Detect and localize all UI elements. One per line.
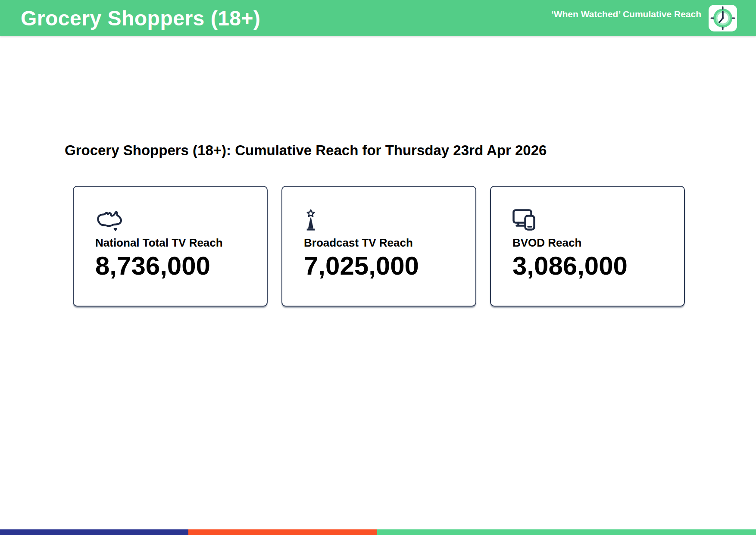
footer-segment-navy [0, 529, 188, 535]
australia-map-icon [95, 209, 126, 232]
header-subtitle: ‘When Watched’ Cumulative Reach [551, 9, 701, 19]
kpi-icon-slot [304, 209, 458, 232]
app-header: Grocery Shoppers (18+) ‘When Watched’ Cu… [0, 0, 756, 36]
report-heading: Grocery Shoppers (18+): Cumulative Reach… [65, 142, 547, 159]
kpi-label: BVOD Reach [512, 236, 667, 250]
clock-logo-icon [709, 5, 737, 31]
kpi-card-bvod: BVOD Reach 3,086,000 [490, 186, 685, 307]
kpi-label: Broadcast TV Reach [304, 236, 458, 250]
broadcast-tower-icon [304, 209, 318, 232]
page-title: Grocery Shoppers (18+) [21, 6, 261, 30]
devices-icon [512, 209, 536, 231]
kpi-value: 7,025,000 [304, 253, 458, 279]
kpi-value: 3,086,000 [512, 253, 667, 279]
kpi-label: National Total TV Reach [95, 236, 250, 250]
kpi-value: 8,736,000 [95, 253, 250, 279]
kpi-icon-slot [95, 209, 250, 232]
kpi-cards-row: National Total TV Reach 8,736,000 Broadc… [73, 186, 685, 307]
kpi-icon-slot [512, 209, 667, 232]
footer-segment-green [377, 529, 756, 535]
footer-segment-orange [188, 529, 377, 535]
kpi-card-broadcast-tv: Broadcast TV Reach 7,025,000 [281, 186, 476, 307]
header-right-group: ‘When Watched’ Cumulative Reach [551, 5, 737, 31]
footer-brand-bar [0, 529, 756, 535]
kpi-card-national-total-tv: National Total TV Reach 8,736,000 [73, 186, 268, 307]
